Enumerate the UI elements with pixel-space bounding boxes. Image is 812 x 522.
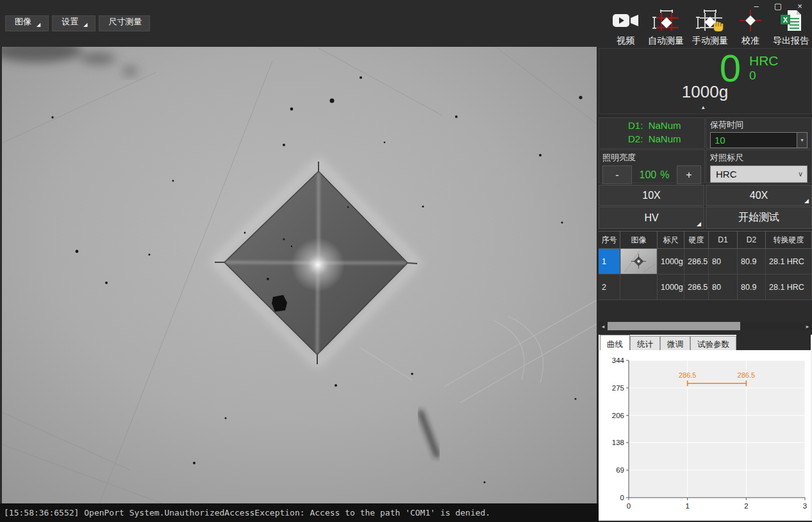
hardness-tester-app: – ▢ × 图像 ◢ 设置 ◢ 尺寸测量 视频 bbox=[0, 0, 812, 522]
maximize-button[interactable]: ▢ bbox=[772, 1, 784, 12]
col-header-image[interactable]: 图像 bbox=[620, 232, 658, 248]
brightness-label: 照明亮度 bbox=[602, 152, 701, 164]
brightness-section: 照明亮度 - 100 % + bbox=[599, 149, 705, 183]
menu-settings-label: 设置 bbox=[62, 16, 78, 28]
converted-value: 0 bbox=[749, 69, 756, 83]
col-header-converted[interactable]: 转换硬度 bbox=[766, 232, 812, 248]
col-header-no[interactable]: 序号 bbox=[599, 232, 620, 248]
reference-scale-label: 对照标尺 bbox=[710, 152, 808, 164]
diagonal-readings: D1: NaNum D2: NaNum bbox=[599, 117, 705, 149]
brightness-minus-button[interactable]: - bbox=[602, 165, 632, 184]
dropdown-arrow-icon[interactable]: ▾ bbox=[797, 133, 807, 147]
curve-chart-panel: 0691382062753440123286.5286.5 bbox=[599, 350, 812, 521]
d2-label: D2: bbox=[628, 133, 643, 144]
manual-measure-icon bbox=[696, 10, 724, 34]
manual-measure-button[interactable]: 手动测量 bbox=[692, 10, 728, 47]
svg-text:206: 206 bbox=[612, 412, 624, 419]
tab-curve[interactable]: 曲线 bbox=[600, 335, 630, 350]
col-header-d1[interactable]: D1 bbox=[709, 232, 738, 248]
svg-text:286.5: 286.5 bbox=[679, 371, 697, 379]
row-d1: 80 bbox=[709, 274, 738, 300]
row-scale: 1000g bbox=[658, 249, 684, 274]
video-button[interactable]: 视频 bbox=[611, 10, 640, 47]
calibrate-icon bbox=[738, 10, 763, 34]
video-label: 视频 bbox=[617, 35, 634, 47]
svg-text:69: 69 bbox=[616, 466, 624, 474]
row-scale: 1000g bbox=[658, 274, 684, 300]
menu-dimension-measure-button[interactable]: 尺寸测量 bbox=[99, 15, 150, 31]
chevron-down-icon: ∨ bbox=[794, 170, 807, 178]
export-report-button[interactable]: X 导出报告 bbox=[773, 10, 809, 47]
row-d1: 80 bbox=[709, 249, 738, 274]
brightness-unit: % bbox=[660, 169, 669, 181]
objective-40x-button[interactable]: 40X ◢ bbox=[706, 185, 812, 206]
col-header-scale[interactable]: 标尺 bbox=[658, 232, 684, 248]
close-button[interactable]: × bbox=[794, 1, 806, 12]
test-load: 1000g bbox=[654, 82, 756, 102]
row-no: 1 bbox=[599, 249, 620, 274]
d1-value: NaNum bbox=[649, 120, 681, 131]
row-d2: 80.9 bbox=[738, 274, 766, 300]
col-header-hardness[interactable]: 硬度 bbox=[684, 232, 709, 248]
svg-text:1: 1 bbox=[685, 502, 689, 510]
window-controls: – ▢ × bbox=[750, 1, 806, 12]
calibrate-button[interactable]: 校准 bbox=[736, 10, 765, 47]
dwell-time-value: 10 bbox=[711, 135, 797, 146]
row-thumbnail bbox=[620, 249, 658, 274]
dwell-time-section: 保荷时间 10 ▾ bbox=[706, 117, 812, 149]
excel-x: X bbox=[783, 16, 788, 24]
menu-image-button[interactable]: 图像 ◢ bbox=[5, 15, 49, 31]
svg-text:3: 3 bbox=[803, 502, 807, 510]
start-test-button[interactable]: 开始测试 bbox=[706, 206, 812, 229]
objective-10x-button[interactable]: 10X bbox=[599, 185, 704, 206]
col-header-d2[interactable]: D2 bbox=[738, 232, 766, 248]
up-triangle-icon[interactable]: ▴ bbox=[702, 104, 705, 110]
brightness-value: 100 bbox=[640, 169, 657, 181]
toolbar: 视频 自动测量 bbox=[611, 10, 809, 47]
calibrate-label: 校准 bbox=[742, 35, 759, 47]
dropdown-corner-icon: ◢ bbox=[697, 221, 701, 227]
reference-scale-combobox[interactable]: HRC ∨ bbox=[710, 165, 808, 183]
reference-scale-value: HRC bbox=[711, 169, 794, 180]
scrollbar-thumb[interactable] bbox=[608, 322, 740, 330]
svg-text:2: 2 bbox=[744, 502, 748, 510]
scroll-left-icon[interactable]: ◂ bbox=[599, 323, 608, 330]
row-converted: 28.1 HRC bbox=[766, 274, 812, 300]
status-bar: [15:58:36:6552] OpenPort System.Unauthor… bbox=[0, 503, 599, 522]
maximize-icon: ▢ bbox=[774, 1, 782, 11]
scroll-right-icon[interactable]: ▸ bbox=[803, 323, 812, 330]
tab-statistics[interactable]: 统计 bbox=[630, 336, 660, 350]
menu-dimension-measure-label: 尺寸测量 bbox=[108, 16, 142, 28]
table-horizontal-scrollbar[interactable]: ◂ ▸ bbox=[599, 322, 812, 330]
dropdown-corner-icon: ◢ bbox=[804, 198, 809, 204]
table-row[interactable]: 2 1000g 286.5 80 80.9 28.1 HRC bbox=[599, 274, 812, 300]
dropdown-corner-icon: ◢ bbox=[83, 22, 87, 28]
menu-settings-button[interactable]: 设置 ◢ bbox=[52, 15, 95, 31]
dwell-time-label: 保荷时间 bbox=[710, 119, 808, 131]
tab-fine-tune[interactable]: 微调 bbox=[660, 336, 690, 350]
svg-text:0: 0 bbox=[620, 494, 624, 501]
hardness-curve-chart: 0691382062753440123286.5286.5 bbox=[600, 350, 811, 518]
row-no: 2 bbox=[599, 274, 620, 300]
mode-hv-button[interactable]: HV ◢ bbox=[599, 206, 704, 229]
export-report-label: 导出报告 bbox=[773, 35, 809, 47]
dwell-time-combobox[interactable]: 10 ▾ bbox=[710, 132, 808, 148]
brightness-plus-button[interactable]: + bbox=[677, 165, 701, 184]
row-hardness: 286.5 bbox=[684, 249, 709, 274]
status-message: [15:58:36:6552] OpenPort System.Unauthor… bbox=[4, 508, 490, 518]
row-thumbnail bbox=[620, 274, 658, 300]
auto-measure-button[interactable]: 自动测量 bbox=[648, 10, 684, 47]
svg-text:344: 344 bbox=[612, 357, 625, 364]
hardness-scale: HRC bbox=[749, 53, 779, 69]
svg-text:286.5: 286.5 bbox=[738, 371, 756, 379]
minimize-button[interactable]: – bbox=[750, 1, 762, 12]
manual-measure-label: 手动测量 bbox=[692, 35, 728, 47]
tab-test-parameters[interactable]: 试验参数 bbox=[690, 336, 736, 350]
menubar: 图像 ◢ 设置 ◢ 尺寸测量 bbox=[5, 15, 150, 31]
export-report-icon: X bbox=[779, 10, 802, 34]
objective-10x-label: 10X bbox=[642, 190, 660, 201]
table-row[interactable]: 1 1000g 286.5 80 80.9 28.1 bbox=[599, 249, 812, 274]
microscope-video-feed[interactable] bbox=[2, 47, 597, 503]
bottom-tabstrip: 曲线 统计 微调 试验参数 bbox=[599, 335, 812, 350]
video-icon bbox=[611, 10, 640, 34]
